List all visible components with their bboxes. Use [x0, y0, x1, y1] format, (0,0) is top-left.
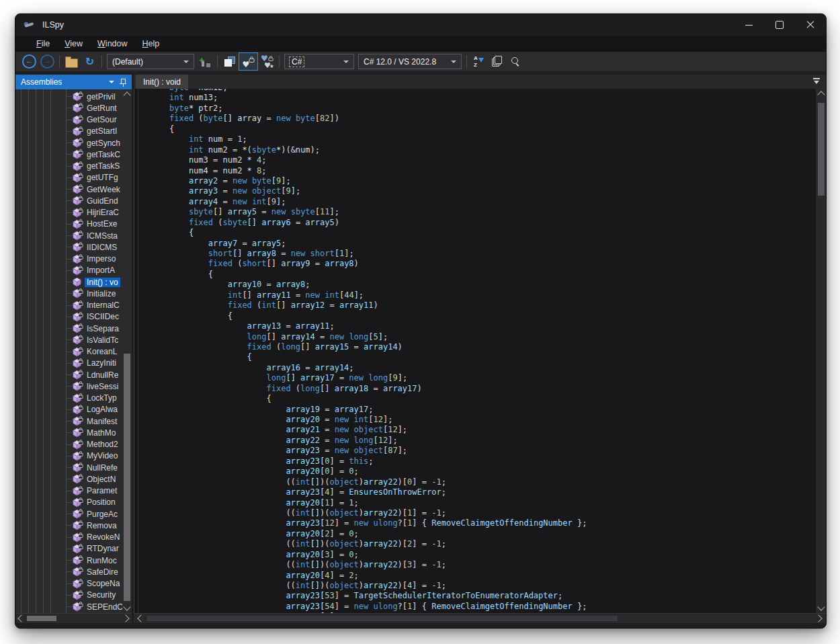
close-button[interactable] — [795, 14, 826, 36]
method-icon — [72, 602, 82, 612]
menu-item-help[interactable]: Help — [135, 37, 167, 50]
tree-item[interactable]: Init() : vo — [15, 276, 122, 288]
tree-item[interactable]: Manifest — [15, 415, 122, 427]
search-button[interactable] — [506, 53, 524, 70]
tree-item[interactable]: GetSour — [15, 114, 122, 126]
tree-item[interactable]: KoreanL — [15, 346, 122, 358]
tree-item[interactable]: SafeDire — [15, 566, 122, 577]
tree-item[interactable]: ImportA — [15, 265, 122, 276]
tree-item[interactable]: InternalC — [15, 300, 122, 311]
scrollbar-thumb[interactable] — [27, 616, 56, 621]
tree-item[interactable]: getTaskC — [15, 149, 122, 160]
code-horizontal-scrollbar[interactable] — [134, 613, 826, 623]
sort-assemblies-button[interactable]: AZ — [470, 53, 488, 70]
maximize-button[interactable] — [764, 14, 795, 36]
tree-item[interactable]: GetWeek — [15, 184, 122, 195]
tree-item[interactable]: HostExe — [15, 218, 122, 230]
tab-init-void[interactable]: Init() : void — [136, 75, 188, 89]
scroll-right-arrow[interactable] — [814, 614, 823, 623]
assembly-list-dropdown[interactable]: (Default) — [107, 54, 194, 69]
tree-item[interactable]: GuidEnd — [15, 195, 122, 206]
tree-item[interactable]: ObjectN — [15, 473, 122, 485]
scroll-up-arrow[interactable] — [816, 90, 826, 99]
tree-horizontal-scrollbar[interactable] — [15, 613, 132, 623]
tree-item[interactable]: Method2 — [15, 439, 122, 450]
assemblies-panel-header[interactable]: Assemblies — [15, 75, 132, 89]
scroll-down-arrow[interactable] — [122, 602, 132, 612]
method-icon — [72, 579, 82, 589]
tree-vertical-scrollbar[interactable] — [122, 89, 132, 613]
navigate-back-button[interactable]: ← — [20, 53, 38, 70]
menu-item-window[interactable]: Window — [90, 37, 134, 50]
tree-item[interactable]: Imperso — [15, 253, 122, 265]
scrollbar-thumb[interactable] — [147, 616, 618, 621]
reload-assemblies-button[interactable]: ↻ — [81, 53, 99, 70]
tree-item[interactable]: GetRunt — [15, 102, 122, 114]
scroll-left-arrow[interactable] — [136, 614, 146, 623]
tree-item[interactable]: IIDICMS — [15, 241, 122, 253]
private-lock-icon — [78, 196, 83, 201]
tab-list-dropdown-icon[interactable] — [812, 78, 821, 85]
scroll-down-arrow[interactable] — [816, 602, 826, 612]
code-line: { — [169, 228, 815, 238]
scrollbar-thumb[interactable] — [124, 354, 130, 601]
tree-item[interactable]: Position — [15, 497, 122, 508]
tree-item[interactable]: MyVideo — [15, 450, 122, 462]
tree-item[interactable]: LdnullRe — [15, 369, 122, 380]
open-assembly-button[interactable] — [62, 53, 81, 70]
tree-item[interactable]: RevokeN — [15, 532, 122, 543]
tree-item[interactable]: ICMSsta — [15, 230, 122, 241]
toggle-internal-types-button[interactable] — [220, 53, 239, 70]
tree-item[interactable]: Initialize — [15, 288, 122, 299]
tree-item[interactable]: SEPEndC — [15, 601, 122, 612]
menu-item-view[interactable]: View — [57, 37, 90, 50]
tree-item-label: LockTyp — [85, 393, 119, 403]
tree-item[interactable]: ScopeNa — [15, 578, 122, 590]
tree-item[interactable]: getStartI — [15, 126, 122, 137]
private-lock-icon — [78, 462, 83, 468]
code-editor[interactable]: byte* num12;int num13;byte* ptr2;fixed (… — [134, 89, 826, 613]
tree-item[interactable]: LogAlwa — [15, 404, 122, 415]
assemblies-tree[interactable]: getPrivilGetRuntGetSourgetStartIgetSynch… — [15, 89, 132, 613]
tree-item[interactable]: HijriEraC — [15, 207, 122, 218]
window-controls — [733, 14, 826, 36]
toggle-private-members-button[interactable]: ♥ — [239, 52, 258, 71]
tree-item[interactable]: LazyIniti — [15, 358, 122, 369]
tree-item[interactable]: PurgeAc — [15, 508, 122, 520]
chevron-down-icon[interactable] — [109, 81, 114, 83]
pin-icon[interactable] — [120, 78, 126, 87]
tree-item[interactable]: getSynch — [15, 137, 122, 149]
tree-item[interactable]: Security — [15, 590, 122, 601]
tree-item[interactable]: Remova — [15, 520, 122, 531]
code-line: array16 = array14; — [169, 363, 815, 373]
tree-item[interactable]: IsSepara — [15, 323, 122, 334]
collapse-nodes-button[interactable] — [488, 53, 506, 70]
tree-item[interactable]: getPrivil — [15, 91, 122, 102]
tree-item[interactable]: MathMo — [15, 427, 122, 438]
tree-item[interactable]: liveSessi — [15, 380, 122, 392]
menu-item-file[interactable]: File — [29, 37, 57, 50]
tree-item[interactable]: RTDynar — [15, 543, 122, 555]
language-version-dropdown[interactable]: C# 12.0 / VS 2022.8 — [358, 54, 462, 69]
method-icon — [72, 173, 82, 183]
language-dropdown[interactable]: C# — [284, 54, 354, 69]
add-assembly-list-button[interactable]: + — [196, 53, 214, 70]
tree-item[interactable]: LockTyp — [15, 393, 122, 404]
tree-item[interactable]: getUTFg — [15, 172, 122, 184]
private-lock-icon — [78, 474, 83, 479]
scroll-left-arrow[interactable] — [17, 614, 26, 623]
tree-item[interactable]: RunMoc — [15, 555, 122, 566]
tree-item[interactable]: getTaskS — [15, 161, 122, 172]
tree-item[interactable]: Paramet — [15, 485, 122, 497]
tree-item[interactable]: NullRefe — [15, 462, 122, 473]
scroll-up-arrow[interactable] — [122, 91, 132, 100]
toggle-compiler-generated-button[interactable]: ♥♥ ★ — [258, 53, 276, 70]
tree-item[interactable]: ISCIIDec — [15, 311, 122, 323]
minimize-button[interactable] — [733, 14, 764, 36]
code-vertical-scrollbar[interactable] — [816, 89, 826, 613]
navigate-forward-button[interactable]: → — [38, 53, 56, 70]
method-icon — [72, 567, 82, 577]
tree-item[interactable]: IsValidTc — [15, 334, 122, 346]
scroll-right-arrow[interactable] — [121, 614, 130, 623]
scrollbar-thumb[interactable] — [818, 103, 825, 196]
